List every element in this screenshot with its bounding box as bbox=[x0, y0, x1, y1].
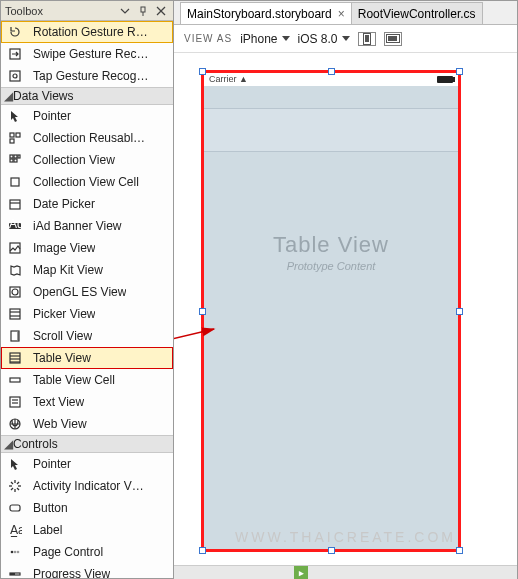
toolbox-item-label[interactable]: A̲aLabel bbox=[1, 519, 173, 541]
close-tab-icon[interactable]: × bbox=[338, 7, 345, 21]
datepicker-icon bbox=[7, 196, 23, 212]
image-icon bbox=[7, 240, 23, 256]
toolbox-item-label: Page Control bbox=[33, 545, 103, 559]
svg-rect-45 bbox=[10, 505, 20, 511]
toolbox-item-label: iAd Banner View bbox=[33, 219, 122, 233]
collapse-icon: ◢ bbox=[3, 437, 13, 451]
svg-rect-9 bbox=[10, 139, 14, 143]
resize-handle[interactable] bbox=[328, 547, 335, 554]
chevron-down-icon bbox=[282, 36, 290, 41]
toolbox-item-label: OpenGL ES View bbox=[33, 285, 126, 299]
resize-handle[interactable] bbox=[199, 547, 206, 554]
design-canvas[interactable]: Carrier ▲ Table View Prototype Content bbox=[174, 53, 517, 565]
toolbox-item-collview[interactable]: Collection View bbox=[1, 149, 173, 171]
toolbox-item-label: Table View bbox=[33, 351, 91, 365]
pointer-icon bbox=[7, 108, 23, 124]
toolbox-item-activity[interactable]: Activity Indicator V… bbox=[1, 475, 173, 497]
carrier-label: Carrier ▲ bbox=[209, 74, 248, 84]
resize-handle[interactable] bbox=[199, 308, 206, 315]
toolbox-item-collreuse[interactable]: Collection Reusabl… bbox=[1, 127, 173, 149]
prototype-cell-row bbox=[203, 108, 459, 152]
toolbox-item-label: Image View bbox=[33, 241, 95, 255]
iad-icon: iAd bbox=[7, 218, 23, 234]
resize-handle[interactable] bbox=[456, 547, 463, 554]
svg-rect-10 bbox=[10, 155, 13, 158]
toolbox-item-pagectrl[interactable]: Page Control bbox=[1, 541, 173, 563]
svg-rect-13 bbox=[10, 159, 13, 162]
svg-rect-14 bbox=[14, 159, 17, 162]
toolbox-item-iad[interactable]: iAdiAd Banner View bbox=[1, 215, 173, 237]
toolbox-item-label: Picker View bbox=[33, 307, 95, 321]
tab-rootviewcontroller[interactable]: RootViewController.cs bbox=[351, 2, 483, 24]
bottom-strip: ▸ bbox=[174, 565, 517, 579]
svg-rect-32 bbox=[10, 378, 20, 382]
toolbox-item-picker[interactable]: Picker View bbox=[1, 303, 173, 325]
toolbox-item-map[interactable]: Map Kit View bbox=[1, 259, 173, 281]
toolbox-item-scroll[interactable]: Scroll View bbox=[1, 325, 173, 347]
toolbox-item-label: Label bbox=[33, 523, 62, 537]
toolbox-item-text[interactable]: Text View bbox=[1, 391, 173, 413]
svg-rect-12 bbox=[18, 155, 20, 158]
toolbox-item-swipe[interactable]: Swipe Gesture Rec… bbox=[1, 43, 173, 65]
svg-rect-7 bbox=[10, 133, 14, 137]
svg-rect-20 bbox=[10, 243, 20, 253]
orientation-landscape-icon[interactable] bbox=[384, 32, 402, 46]
toolbox-item-rotate[interactable]: Rotation Gesture R… bbox=[1, 21, 173, 43]
document-tabstrip: MainStoryboard.storyboard × RootViewCont… bbox=[174, 1, 517, 25]
activity-icon bbox=[7, 478, 23, 494]
viewas-label: VIEW AS bbox=[184, 33, 232, 44]
toolbox-item-button[interactable]: Button bbox=[1, 497, 173, 519]
tab-label: RootViewController.cs bbox=[358, 7, 476, 21]
svg-text:iAd: iAd bbox=[8, 219, 22, 231]
tablecell-icon bbox=[7, 372, 23, 388]
svg-line-43 bbox=[17, 482, 19, 484]
group-header-controls[interactable]: ◢Controls bbox=[1, 435, 173, 453]
toolbox-item-table[interactable]: Table View bbox=[1, 347, 173, 369]
table-view-placeholder[interactable]: Table View Prototype Content bbox=[203, 86, 459, 550]
toolbox-item-label: Web View bbox=[33, 417, 87, 431]
tab-storyboard[interactable]: MainStoryboard.storyboard × bbox=[180, 2, 352, 24]
resize-handle[interactable] bbox=[199, 68, 206, 75]
toolbox-item-pointer[interactable]: Pointer bbox=[1, 105, 173, 127]
collcell-icon bbox=[7, 174, 23, 190]
toolbox-item-image[interactable]: Image View bbox=[1, 237, 173, 259]
orientation-portrait-icon[interactable] bbox=[358, 32, 376, 46]
group-header-data-views[interactable]: ◢Data Views bbox=[1, 87, 173, 105]
svg-point-49 bbox=[17, 551, 20, 554]
button-icon bbox=[7, 500, 23, 516]
window-dropdown-icon[interactable] bbox=[117, 3, 133, 19]
toolbox-titlebar: Toolbox bbox=[1, 1, 173, 21]
svg-point-6 bbox=[13, 74, 17, 78]
progress-icon bbox=[7, 566, 23, 578]
picker-icon bbox=[7, 306, 23, 322]
toolbox-item-datepicker[interactable]: Date Picker bbox=[1, 193, 173, 215]
toolbox-item-opengl[interactable]: OpenGL ES View bbox=[1, 281, 173, 303]
toolbox-item-tap[interactable]: Tap Gesture Recog… bbox=[1, 65, 173, 87]
svg-rect-11 bbox=[14, 155, 17, 158]
toolbox-item-label: Collection View Cell bbox=[33, 175, 139, 189]
watermark-text: WWW.THAICREATE.COM bbox=[235, 529, 456, 545]
toolbox-item-pointer[interactable]: Pointer bbox=[1, 453, 173, 475]
resize-handle[interactable] bbox=[328, 68, 335, 75]
toolbox-item-web[interactable]: Web View bbox=[1, 413, 173, 435]
toolbox-item-label: Pointer bbox=[33, 457, 71, 471]
pin-icon[interactable] bbox=[135, 3, 151, 19]
svg-rect-23 bbox=[10, 309, 20, 319]
toolbox-item-label: Collection View bbox=[33, 153, 115, 167]
toolbox-item-collcell[interactable]: Collection View Cell bbox=[1, 171, 173, 193]
toolbox-item-tablecell[interactable]: Table View Cell bbox=[1, 369, 173, 391]
toolbox-item-label: Swipe Gesture Rec… bbox=[33, 47, 148, 61]
close-icon[interactable] bbox=[153, 3, 169, 19]
resize-handle[interactable] bbox=[456, 308, 463, 315]
toolbox-item-progress[interactable]: Progress View bbox=[1, 563, 173, 578]
toolbox-item-label: Text View bbox=[33, 395, 84, 409]
resize-handle[interactable] bbox=[456, 68, 463, 75]
toolbox-item-label: Tap Gesture Recog… bbox=[33, 69, 148, 83]
os-value: iOS 8.0 bbox=[298, 32, 338, 46]
phone-frame[interactable]: Carrier ▲ Table View Prototype Content bbox=[202, 71, 460, 551]
placeholder-subtitle: Prototype Content bbox=[287, 260, 376, 272]
web-icon bbox=[7, 416, 23, 432]
tap-icon bbox=[7, 68, 23, 84]
os-dropdown[interactable]: iOS 8.0 bbox=[298, 32, 350, 46]
device-dropdown[interactable]: iPhone bbox=[240, 32, 289, 46]
